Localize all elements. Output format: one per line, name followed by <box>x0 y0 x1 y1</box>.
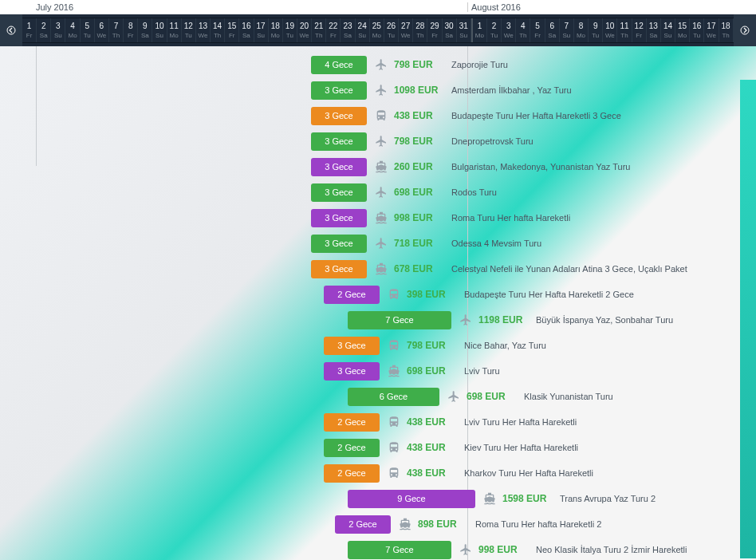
day-cell[interactable]: 1Fr <box>22 18 37 42</box>
plane-icon <box>458 542 474 558</box>
tour-row[interactable]: 3 Gece438 EURBudapeşte Turu Her Hafta Ha… <box>0 104 756 128</box>
tour-row[interactable]: 2 Gece438 EURKiev Turu Her Hafta Hareket… <box>0 436 756 459</box>
day-cell[interactable]: 18Th <box>719 18 734 42</box>
tour-row[interactable]: 3 Gece698 EURLviv Turu <box>0 359 756 383</box>
day-cell[interactable]: 22Fr <box>326 18 341 42</box>
days-strip[interactable]: 1Fr2Sa3Su4Mo5Tu6We7Th8Fr9Sa10Su11Mo12Tu1… <box>22 18 734 43</box>
day-cell[interactable]: 10We <box>603 18 617 42</box>
day-cell[interactable]: 20We <box>297 18 312 42</box>
day-cell[interactable]: 16Sa <box>239 18 254 42</box>
day-of-week: Fr <box>326 32 340 39</box>
day-cell[interactable]: 9Tu <box>589 18 603 42</box>
tour-price: 798 EUR <box>394 59 443 70</box>
tour-price: 698 EUR <box>394 187 443 198</box>
day-cell[interactable]: 25Mo <box>370 18 384 42</box>
day-number: 15 <box>225 22 238 30</box>
day-cell[interactable]: 10Su <box>152 18 167 42</box>
day-cell[interactable]: 23Sa <box>341 18 355 42</box>
tour-row[interactable]: 3 Gece678 EURCelestyal Nefeli ile Yunan … <box>0 257 756 281</box>
day-number: 11 <box>167 22 181 30</box>
nights-badge: 3 Gece <box>311 260 367 278</box>
tour-row[interactable]: 3 Gece798 EURNice Bahar, Yaz Turu <box>0 333 756 357</box>
tour-row[interactable]: 2 Gece398 EURBudapeşte Turu Her Hafta Ha… <box>0 282 756 306</box>
day-of-week: Fr <box>225 32 238 39</box>
day-cell[interactable]: 24Su <box>356 18 370 42</box>
next-button[interactable] <box>734 14 756 46</box>
day-cell[interactable]: 17We <box>704 18 719 42</box>
day-cell[interactable]: 12Tu <box>182 18 196 42</box>
day-cell[interactable]: 11Mo <box>167 18 182 42</box>
bus-icon <box>386 414 402 430</box>
day-cell[interactable]: 7Th <box>109 18 124 42</box>
day-cell[interactable]: 31Su <box>457 18 471 42</box>
day-cell[interactable]: 21Th <box>312 18 326 42</box>
tour-row[interactable]: 2 Gece438 EURLviv Turu Her Hafta Hareket… <box>0 410 756 434</box>
tour-row[interactable]: 6 Gece698 EURKlasik Yunanistan Turu <box>0 385 756 408</box>
day-cell[interactable]: 17Su <box>254 18 269 42</box>
tour-row[interactable]: 2 Gece438 EURKharkov Turu Her Hafta Hare… <box>0 461 756 485</box>
day-cell[interactable]: 12Fr <box>632 18 647 42</box>
day-cell[interactable]: 8Fr <box>124 18 138 42</box>
tour-row[interactable]: 7 Gece1198 EURBüyük İspanya Yaz, Sonbaha… <box>0 308 756 332</box>
day-cell[interactable]: 30Sa <box>443 18 457 42</box>
day-cell[interactable]: 6Sa <box>545 18 560 42</box>
day-of-week: Th <box>211 32 224 39</box>
tour-price: 698 EUR <box>467 391 516 402</box>
tour-row[interactable]: 4 Gece798 EURZaporojie Turu <box>0 53 756 77</box>
day-cell[interactable]: 1Mo <box>471 18 487 42</box>
bus-icon <box>386 337 402 353</box>
day-cell[interactable]: 2Tu <box>487 18 502 42</box>
day-cell[interactable]: 3We <box>502 18 516 42</box>
day-cell[interactable]: 6We <box>95 18 109 42</box>
day-of-week: Mo <box>675 32 689 39</box>
day-cell[interactable]: 5Tu <box>81 18 95 42</box>
day-cell[interactable]: 26Tu <box>384 18 399 42</box>
day-cell[interactable]: 8Mo <box>574 18 589 42</box>
day-of-week: Fr <box>427 32 441 39</box>
tour-row[interactable]: 3 Gece998 EURRoma Turu Her hafta Hareket… <box>0 206 756 230</box>
day-cell[interactable]: 16Tu <box>690 18 704 42</box>
plane-icon <box>446 388 462 404</box>
day-cell[interactable]: 28Th <box>413 18 427 42</box>
day-cell[interactable]: 18Mo <box>269 18 283 42</box>
tour-price: 718 EUR <box>394 238 443 249</box>
day-cell[interactable]: 19Tu <box>283 18 297 42</box>
tour-name: Odessa 4 Mevsim Turu <box>451 239 541 248</box>
day-number: 13 <box>647 22 660 30</box>
tour-row[interactable]: 3 Gece798 EURDnepropetrovsk Turu <box>0 129 756 153</box>
bus-icon <box>386 440 402 455</box>
day-number: 12 <box>632 22 646 30</box>
day-cell[interactable]: 14Th <box>211 18 225 42</box>
tour-row[interactable]: 7 Gece998 EURNeo Klasik İtalya Turu 2 İz… <box>0 538 756 560</box>
day-cell[interactable]: 4Mo <box>65 18 80 42</box>
day-cell[interactable]: 4Th <box>516 18 530 42</box>
day-cell[interactable]: 27We <box>399 18 413 42</box>
day-cell[interactable]: 13We <box>196 18 211 42</box>
day-cell[interactable]: 11Th <box>617 18 632 42</box>
day-cell[interactable]: 2Sa <box>37 18 51 42</box>
day-cell[interactable]: 7Su <box>560 18 574 42</box>
day-of-week: Su <box>254 32 268 39</box>
day-cell[interactable]: 29Fr <box>427 18 442 42</box>
day-cell[interactable]: 13Sa <box>647 18 661 42</box>
day-of-week: Th <box>109 32 123 39</box>
day-cell[interactable]: 15Mo <box>675 18 690 42</box>
day-of-week: Mo <box>65 32 79 39</box>
nights-badge: 3 Gece <box>311 132 367 151</box>
day-number: 17 <box>704 22 718 30</box>
day-cell[interactable]: 5Fr <box>530 18 545 42</box>
tour-price: 898 EUR <box>418 519 467 530</box>
tour-row[interactable]: 3 Gece718 EUROdessa 4 Mevsim Turu <box>0 231 756 255</box>
day-number: 2 <box>487 22 501 30</box>
day-cell[interactable]: 14Su <box>661 18 675 42</box>
day-cell[interactable]: 15Fr <box>225 18 239 42</box>
tour-row[interactable]: 2 Gece898 EURRoma Turu Her hafta Hareket… <box>0 512 756 536</box>
day-cell[interactable]: 3Su <box>51 18 65 42</box>
tour-price: 438 EUR <box>394 110 443 121</box>
prev-button[interactable] <box>0 14 22 46</box>
tour-row[interactable]: 3 Gece1098 EURAmsterdam İlkbahar , Yaz T… <box>0 78 756 102</box>
tour-row[interactable]: 3 Gece260 EURBulgaristan, Makedonya, Yun… <box>0 155 756 179</box>
tour-row[interactable]: 9 Gece1598 EURTrans Avrupa Yaz Turu 2 <box>0 487 756 511</box>
day-cell[interactable]: 9Sa <box>138 18 152 42</box>
tour-row[interactable]: 3 Gece698 EURRodos Turu <box>0 180 756 204</box>
